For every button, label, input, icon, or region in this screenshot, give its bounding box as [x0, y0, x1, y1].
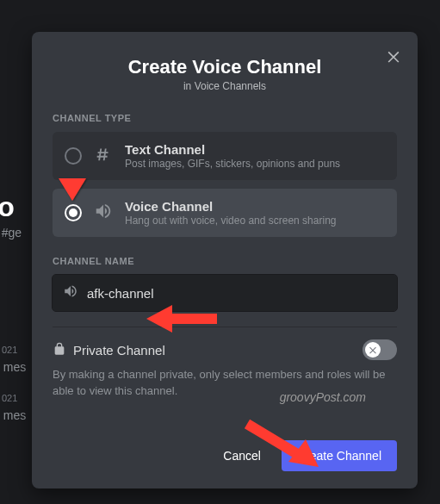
private-toggle[interactable]	[363, 339, 397, 360]
option-title: Text Channel	[125, 142, 385, 157]
modal-title: Create Voice Channel	[53, 56, 397, 78]
channel-type-text-option[interactable]: Text Channel Post images, GIFs, stickers…	[53, 132, 397, 180]
watermark: groovyPost.com	[280, 390, 366, 404]
close-icon[interactable]	[385, 47, 402, 68]
channel-name-value: afk-channel	[87, 286, 387, 301]
background-date: 021	[2, 345, 17, 355]
speaker-icon	[94, 202, 113, 224]
option-body: Voice Channel Hang out with voice, video…	[125, 199, 385, 227]
channel-type-label: Channel Type	[53, 113, 397, 123]
background-msg: t mes	[0, 408, 26, 422]
lock-icon	[53, 342, 66, 358]
hash-icon	[94, 145, 113, 167]
create-channel-button[interactable]: Create Channel	[282, 440, 397, 471]
option-body: Text Channel Post images, GIFs, stickers…	[125, 142, 385, 170]
background-heading: e to	[0, 191, 15, 223]
option-desc: Post images, GIFs, stickers, opinions an…	[125, 158, 385, 170]
channel-name-input[interactable]: afk-channel	[53, 275, 397, 311]
background-subtext: e #ge	[0, 226, 22, 240]
modal-footer: Cancel Create Channel	[53, 425, 397, 471]
background-date: 021	[2, 393, 17, 403]
radio-unselected	[65, 147, 82, 165]
channel-type-voice-option[interactable]: Voice Channel Hang out with voice, video…	[53, 189, 397, 237]
toggle-knob	[365, 342, 381, 358]
background-msg: t mes	[0, 360, 26, 374]
option-desc: Hang out with voice, video and screen sh…	[125, 215, 385, 227]
cancel-button[interactable]: Cancel	[208, 440, 276, 471]
modal-subtitle: in Voice Channels	[53, 80, 397, 92]
divider	[53, 327, 397, 327]
radio-selected	[65, 204, 82, 221]
private-title: Private Channel	[73, 343, 165, 358]
private-channel-row: Private Channel	[53, 339, 397, 360]
private-channel-label: Private Channel	[53, 342, 165, 358]
channel-name-label: Channel Name	[53, 256, 397, 266]
create-channel-modal: Create Voice Channel in Voice Channels C…	[32, 32, 418, 488]
speaker-icon	[63, 283, 78, 302]
option-title: Voice Channel	[125, 199, 385, 214]
